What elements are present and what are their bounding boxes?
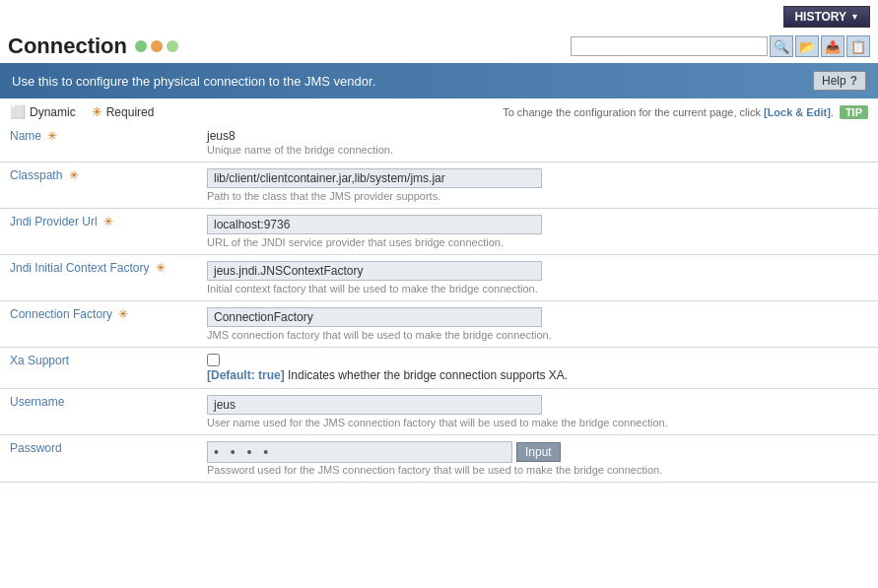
dot-orange xyxy=(151,40,163,52)
field-label-cell: Xa Support xyxy=(0,348,197,389)
title-area: Connection xyxy=(8,33,178,59)
checkbox-row xyxy=(207,354,868,366)
required-star: ✳ xyxy=(103,215,113,229)
field-label: Xa Support xyxy=(10,354,69,367)
default-label: [Default: true] Indicates whether the br… xyxy=(207,368,568,382)
field-label-cell: Name ✳ xyxy=(0,123,197,163)
help-button[interactable]: Help ? xyxy=(813,71,866,91)
field-value-cell: • • • • Input Password used for the JMS … xyxy=(197,435,878,483)
dynamic-label: Dynamic xyxy=(30,105,76,119)
legend-left: ⬜ Dynamic ✳ Required xyxy=(10,104,154,119)
title-decoration xyxy=(135,40,178,52)
export-button[interactable]: 📤 xyxy=(821,35,844,57)
legend-dynamic: ⬜ Dynamic xyxy=(10,104,76,119)
field-description: Path to the class that the JMS provider … xyxy=(207,190,868,202)
field-value-cell: jeus8 Unique name of the bridge connecti… xyxy=(197,123,878,163)
field-value-text: jeus8 xyxy=(207,129,868,143)
info-bar: Use this to configure the physical conne… xyxy=(0,63,878,98)
field-description: Unique name of the bridge connection. xyxy=(207,144,868,156)
field-label: Classpath xyxy=(10,168,62,182)
field-label-cell: Connection Factory ✳ xyxy=(0,301,197,348)
history-label: HISTORY xyxy=(794,10,846,24)
table-row: Name ✳ jeus8 Unique name of the bridge c… xyxy=(0,123,878,163)
table-row: Jndi Provider Url ✳ localhost:9736 URL o… xyxy=(0,209,878,255)
dot-green xyxy=(135,40,147,52)
open-button[interactable]: 📂 xyxy=(795,35,819,57)
field-description: Initial context factory that will be use… xyxy=(207,283,868,294)
field-value-cell: ConnectionFactory JMS connection factory… xyxy=(197,301,878,348)
required-label: Required xyxy=(106,105,155,119)
required-star: ✳ xyxy=(47,129,57,143)
field-input-display: jeus.jndi.JNSContextFactory xyxy=(207,261,542,281)
top-bar: HISTORY ▼ xyxy=(0,0,878,32)
tip-text: To change the configuration for the curr… xyxy=(503,106,834,118)
info-bar-text: Use this to configure the physical conne… xyxy=(12,74,375,89)
search-input[interactable] xyxy=(571,36,768,56)
lock-edit-text: [Lock & Edit] xyxy=(764,106,831,118)
field-input-display: lib/client/clientcontainer.jar,lib/syste… xyxy=(207,168,542,188)
dot-lightgreen xyxy=(167,40,178,52)
table-row: Username jeus User name used for the JMS… xyxy=(0,389,878,435)
field-label: Password xyxy=(10,441,62,455)
required-star: ✳ xyxy=(156,261,166,275)
help-label: Help xyxy=(822,74,846,88)
required-star: ✳ xyxy=(69,168,79,182)
header-icons: 🔍 📂 📤 📋 xyxy=(571,35,870,57)
field-label-cell: Jndi Provider Url ✳ xyxy=(0,209,197,255)
legend-right: To change the configuration for the curr… xyxy=(503,105,868,119)
field-label-cell: Password xyxy=(0,435,197,483)
field-input-display: jeus xyxy=(207,395,542,415)
field-label: Name xyxy=(10,129,41,143)
table-row: Classpath ✳ lib/client/clientcontainer.j… xyxy=(0,163,878,209)
page-title: Connection xyxy=(8,33,127,59)
header-row: Connection 🔍 📂 📤 📋 xyxy=(0,32,878,63)
required-icon: ✳ xyxy=(92,104,102,119)
field-input-display: localhost:9736 xyxy=(207,215,542,234)
password-row: • • • • Input xyxy=(207,441,868,463)
required-star: ✳ xyxy=(118,307,128,321)
field-label-cell: Jndi Initial Context Factory ✳ xyxy=(0,255,197,301)
history-button[interactable]: HISTORY ▼ xyxy=(783,6,870,28)
field-label: Connection Factory xyxy=(10,307,112,321)
dynamic-icon: ⬜ xyxy=(10,104,26,119)
password-display: • • • • xyxy=(207,441,512,463)
field-label-cell: Classpath ✳ xyxy=(0,163,197,209)
xa-support-checkbox[interactable] xyxy=(207,354,220,366)
help-icon: ? xyxy=(850,74,857,88)
field-value-cell: jeus.jndi.JNSContextFactory Initial cont… xyxy=(197,255,878,301)
table-row: Password • • • • Input Password used for… xyxy=(0,435,878,483)
table-row: Connection Factory ✳ ConnectionFactory J… xyxy=(0,301,878,348)
field-label: Jndi Provider Url xyxy=(10,215,98,229)
field-label: Jndi Initial Context Factory xyxy=(10,261,149,275)
legend-required: ✳ Required xyxy=(92,104,155,119)
field-label: Username xyxy=(10,395,64,409)
copy-button[interactable]: 📋 xyxy=(846,35,870,57)
form-table: Name ✳ jeus8 Unique name of the bridge c… xyxy=(0,123,878,483)
field-description: User name used for the JMS connection fa… xyxy=(207,417,868,428)
table-row: Jndi Initial Context Factory ✳ jeus.jndi… xyxy=(0,255,878,301)
field-value-cell: [Default: true] Indicates whether the br… xyxy=(197,348,878,389)
legend-row: ⬜ Dynamic ✳ Required To change the confi… xyxy=(0,98,878,123)
table-row: Xa Support [Default: true] Indicates whe… xyxy=(0,348,878,389)
search-button[interactable]: 🔍 xyxy=(770,35,793,57)
history-arrow-icon: ▼ xyxy=(850,12,859,22)
field-label-cell: Username xyxy=(0,389,197,435)
input-button[interactable]: Input xyxy=(516,442,561,462)
field-description: JMS connection factory that will be used… xyxy=(207,329,868,341)
field-value-cell: lib/client/clientcontainer.jar,lib/syste… xyxy=(197,163,878,209)
field-value-cell: jeus User name used for the JMS connecti… xyxy=(197,389,878,435)
field-value-cell: localhost:9736 URL of the JNDI service p… xyxy=(197,209,878,255)
field-input-display: ConnectionFactory xyxy=(207,307,542,327)
default-row: [Default: true] Indicates whether the br… xyxy=(207,368,868,382)
field-description: URL of the JNDI service provider that us… xyxy=(207,236,868,248)
field-description: Password used for the JMS connection fac… xyxy=(207,464,868,476)
tip-badge: TIP xyxy=(840,105,868,119)
